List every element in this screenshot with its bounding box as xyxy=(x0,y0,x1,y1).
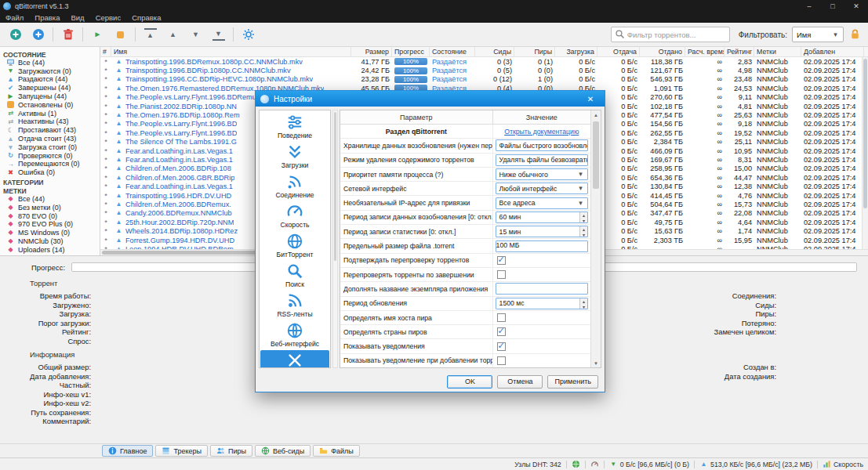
sidebar-item[interactable]: Загрузка стоит (0) xyxy=(0,143,100,151)
sidebar-item[interactable]: Проверяются (0) xyxy=(0,151,100,160)
vertical-scrollbar[interactable] xyxy=(862,57,868,249)
sidebar-item[interactable]: Все (44) xyxy=(0,195,100,204)
move-bottom-button[interactable] xyxy=(208,25,229,45)
setting-checkbox[interactable] xyxy=(497,342,506,351)
sidebar-item[interactable]: Отдача стоит (43) xyxy=(0,135,100,143)
sidebar-item[interactable]: Загружаются (0) xyxy=(0,67,100,75)
dialog-close-button[interactable] xyxy=(581,91,600,107)
menu-item-Правка[interactable]: Правка xyxy=(29,12,65,23)
tab-Файлы[interactable]: Файлы xyxy=(313,445,360,457)
setting-select[interactable]: Удалять файлы безвозвратно xyxy=(496,154,588,166)
speed-button[interactable]: Скорость xyxy=(823,460,863,468)
tab-Главное[interactable]: Главное xyxy=(102,445,153,457)
setting-select[interactable]: Файлы быстрого возобновления xyxy=(496,139,588,151)
sidebar-item[interactable]: Активны (1) xyxy=(0,109,100,118)
settings-section-Поиск[interactable]: Поиск xyxy=(260,261,329,291)
column-header[interactable]: Состояние xyxy=(430,47,475,56)
options-button[interactable] xyxy=(238,25,259,45)
column-header[interactable]: # xyxy=(100,47,111,56)
setting-checkbox[interactable] xyxy=(497,313,506,322)
setting-text-input[interactable]: 100 МБ xyxy=(496,240,588,252)
settings-section-RSS-ленты[interactable]: RSS-ленты xyxy=(260,291,329,320)
move-down-button[interactable] xyxy=(185,25,206,45)
torrent-row[interactable]: *Trainspotting.1996.BDRemux.1080p.CC.NNM… xyxy=(100,57,868,66)
spin-down-icon[interactable] xyxy=(580,304,587,309)
pause-torrent-button[interactable] xyxy=(110,25,131,45)
add-torrent-file-button[interactable] xyxy=(27,25,49,45)
menu-item-Справка[interactable]: Справка xyxy=(126,12,166,23)
dialog-scrollbar[interactable] xyxy=(590,110,601,367)
settings-section-Поведение[interactable]: Поведение xyxy=(260,112,329,142)
sidebar-item[interactable]: Ошибка (0) xyxy=(0,168,100,177)
dialog-sidebar-scrollbar-thumb[interactable] xyxy=(334,112,336,261)
sidebar-item[interactable]: 970 EVO Plus (0) xyxy=(0,220,100,229)
setting-spinbox[interactable]: 60 мин xyxy=(496,212,588,223)
sidebar-item[interactable]: MS Windows (0) xyxy=(0,229,100,237)
sidebar-item[interactable]: NNMClub (30) xyxy=(0,237,100,246)
sidebar-item[interactable]: Перемещаются (0) xyxy=(0,160,100,168)
dialog-button-OK[interactable]: OK xyxy=(447,375,492,389)
vertical-scrollbar-thumb[interactable] xyxy=(863,59,867,208)
sidebar-item[interactable]: Без метки (0) xyxy=(0,203,100,212)
tab-Веб-сиды[interactable]: Веб-сиды xyxy=(255,445,311,457)
column-header[interactable]: Загрузка xyxy=(555,47,597,56)
torrent-filter-input[interactable] xyxy=(627,31,726,39)
torrent-row[interactable]: *Trainspotting.1996.CC.BDRip-HEVC.1080p.… xyxy=(100,75,868,84)
move-up-button[interactable] xyxy=(162,25,183,45)
sidebar-item[interactable]: Все (44) xyxy=(0,59,100,67)
add-torrent-link-button[interactable] xyxy=(5,25,26,45)
sidebar-item[interactable]: 870 EVO (0) xyxy=(0,212,100,220)
sidebar-item[interactable]: Uploaders (14) xyxy=(0,245,100,254)
column-header[interactable]: Прогресс xyxy=(392,47,430,56)
setting-select[interactable]: Ниже обычного xyxy=(496,168,588,180)
column-header[interactable]: Отдано xyxy=(640,47,685,56)
sidebar-item[interactable]: Простаивают (43) xyxy=(0,126,100,135)
spin-up-icon[interactable] xyxy=(580,226,587,232)
column-header[interactable]: Сиды xyxy=(475,47,514,56)
tab-Трекеры[interactable]: Трекеры xyxy=(155,445,208,457)
setting-select[interactable]: Все адреса xyxy=(496,197,588,209)
maximize-button[interactable] xyxy=(821,0,844,12)
setting-text-input[interactable] xyxy=(496,283,588,295)
filter-by-select[interactable]: Имя xyxy=(792,27,844,42)
menu-item-Сервис[interactable]: Сервис xyxy=(90,12,127,23)
setting-select[interactable]: Любой интерфейс xyxy=(496,183,588,194)
tab-Пиры[interactable]: Пиры xyxy=(210,445,252,457)
resume-torrent-button[interactable] xyxy=(87,25,108,45)
dialog-titlebar[interactable]: Настройки xyxy=(256,91,605,107)
scroll-down-icon[interactable] xyxy=(591,359,601,367)
spin-up-icon[interactable] xyxy=(580,298,587,304)
spin-down-icon[interactable] xyxy=(580,218,587,223)
settings-section-Соединение[interactable]: Соединение xyxy=(260,172,329,201)
sidebar-item[interactable]: Раздаются (44) xyxy=(0,75,100,84)
lock-button[interactable] xyxy=(849,28,861,42)
setting-spinbox[interactable]: 15 мин xyxy=(496,226,588,237)
minimize-button[interactable] xyxy=(797,0,821,12)
sidebar-item[interactable]: Неактивны (43) xyxy=(0,118,100,126)
sidebar-item[interactable]: Остановлены (0) xyxy=(0,100,100,109)
column-header[interactable]: Рейтинг xyxy=(725,47,754,56)
menu-item-Вид[interactable]: Вид xyxy=(65,12,89,23)
dialog-button-Отмена[interactable]: Отмена xyxy=(497,375,543,389)
column-header[interactable]: Размер xyxy=(351,47,392,56)
spin-up-icon[interactable] xyxy=(580,212,587,218)
setting-spinbox[interactable]: 1500 мс xyxy=(496,298,588,309)
settings-section-Загрузки[interactable]: Загрузки xyxy=(260,142,329,172)
column-header[interactable]: Добавлен xyxy=(801,47,864,56)
column-header[interactable]: Расч. время xyxy=(685,47,725,56)
settings-section-Веб-интерфейс[interactable]: Веб-интерфейс xyxy=(260,320,329,350)
close-button[interactable] xyxy=(844,0,868,12)
scroll-up-icon[interactable] xyxy=(591,110,601,119)
setting-checkbox[interactable] xyxy=(497,356,506,365)
spin-down-icon[interactable] xyxy=(580,232,587,237)
column-header[interactable]: Имя xyxy=(111,47,351,56)
dialog-button-Применить[interactable]: Применить xyxy=(547,375,598,389)
dialog-sidebar-scrollbar[interactable] xyxy=(332,110,338,368)
sidebar-item[interactable]: Завершены (44) xyxy=(0,84,100,92)
move-top-button[interactable] xyxy=(140,25,161,45)
column-header[interactable]: Метки xyxy=(754,47,801,56)
setting-checkbox[interactable] xyxy=(497,270,506,279)
documentation-link[interactable]: Открыть документацию xyxy=(504,128,579,136)
settings-section-Расширенные[interactable]: Расширенные xyxy=(260,350,329,368)
sidebar-item[interactable]: Запущены (44) xyxy=(0,92,100,101)
